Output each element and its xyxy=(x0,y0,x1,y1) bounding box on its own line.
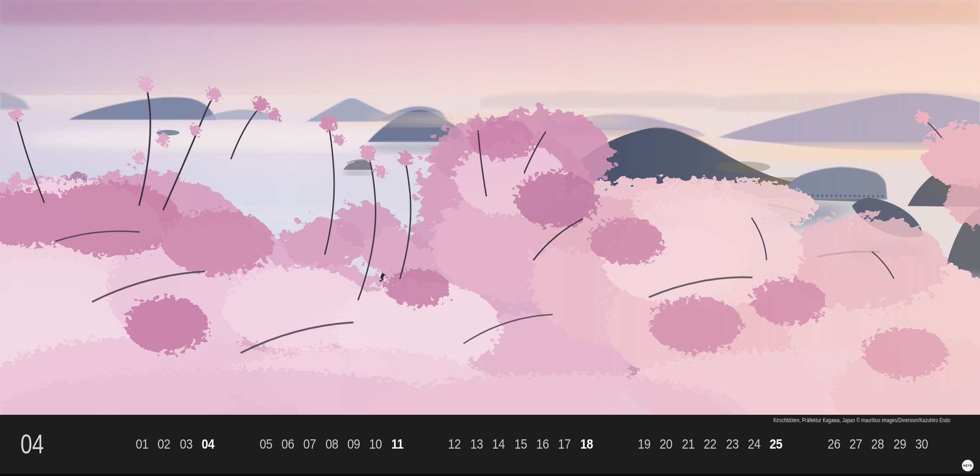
date-24: 24 xyxy=(748,436,761,452)
date-07: 07 xyxy=(303,436,316,452)
date-29: 29 xyxy=(893,436,906,452)
date-10: 10 xyxy=(369,436,382,452)
month-number: 04 xyxy=(20,415,44,473)
date-03: 03 xyxy=(180,436,193,452)
cherry-blossoms xyxy=(0,0,980,415)
week-group: 05060708091011 xyxy=(258,436,405,452)
date-01: 01 xyxy=(135,436,148,452)
date-25: 25 xyxy=(770,436,783,452)
date-30: 30 xyxy=(916,436,928,452)
date-11: 11 xyxy=(391,436,403,452)
date-19: 19 xyxy=(638,436,651,452)
photo-caption: Kirschblüten, Präfektur Kagawa, Japan © … xyxy=(774,417,950,424)
week-group: 01020304 xyxy=(135,436,216,452)
date-02: 02 xyxy=(158,436,171,452)
date-08: 08 xyxy=(325,436,338,452)
date-28: 28 xyxy=(871,436,884,452)
date-16: 16 xyxy=(536,436,549,452)
week-group: 12131415161718 xyxy=(447,436,594,452)
date-15: 15 xyxy=(514,436,527,452)
photo-panorama-svg xyxy=(0,0,980,415)
date-21: 21 xyxy=(682,436,695,452)
date-20: 20 xyxy=(660,436,673,452)
date-18: 18 xyxy=(580,436,593,452)
calendar-photo xyxy=(0,0,980,415)
date-14: 14 xyxy=(492,436,505,452)
date-06: 06 xyxy=(281,436,294,452)
week-group: 2627282930 xyxy=(826,436,929,452)
date-04: 04 xyxy=(202,436,215,452)
date-09: 09 xyxy=(347,436,360,452)
date-22: 22 xyxy=(704,436,717,452)
publisher-logo-heye: HEYE xyxy=(962,460,974,471)
date-26: 26 xyxy=(827,436,840,452)
date-05: 05 xyxy=(259,436,272,452)
calendar-page: 04 0102030405060708091011121314151617181… xyxy=(0,0,980,476)
date-13: 13 xyxy=(470,436,483,452)
date-23: 23 xyxy=(726,436,739,452)
date-12: 12 xyxy=(448,436,461,452)
week-group: 19202122232425 xyxy=(637,436,784,452)
date-27: 27 xyxy=(850,436,863,452)
date-17: 17 xyxy=(558,436,571,452)
